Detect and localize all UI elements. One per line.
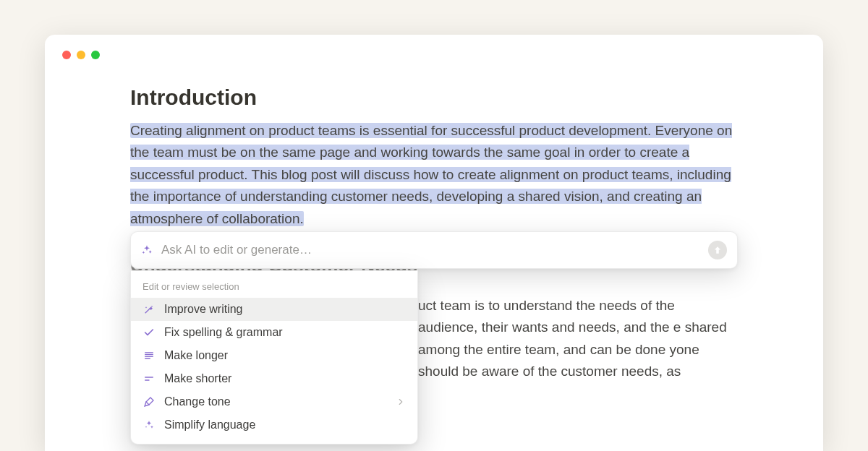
intro-paragraph[interactable]: Creating alignment on product teams is e…: [130, 120, 738, 230]
menu-item-improve-writing[interactable]: Improve writing: [131, 298, 417, 321]
lines-icon: [142, 349, 156, 362]
menu-item-label: Make longer: [164, 349, 228, 362]
ai-actions-menu: Edit or review selection Improve writing…: [130, 270, 418, 444]
menu-item-label: Improve writing: [164, 303, 242, 316]
menu-section-header: Edit or review selection: [131, 277, 417, 298]
document-body: Introduction Creating alignment on produ…: [130, 85, 738, 230]
wand-icon: [142, 303, 156, 316]
window-controls: [62, 51, 100, 59]
submit-button[interactable]: [708, 241, 727, 259]
short-lines-icon: [142, 372, 156, 385]
sparkle-icon: [141, 244, 153, 256]
check-icon: [142, 326, 156, 339]
menu-item-label: Fix spelling & grammar: [164, 326, 283, 339]
menu-item-make-shorter[interactable]: Make shorter: [131, 367, 417, 390]
menu-item-make-longer[interactable]: Make longer: [131, 344, 417, 367]
zoom-window-button[interactable]: [91, 51, 100, 59]
ai-prompt-input[interactable]: [160, 242, 701, 258]
menu-item-label: Make shorter: [164, 372, 231, 385]
page-title: Introduction: [130, 85, 738, 110]
menu-item-change-tone[interactable]: Change tone: [131, 390, 417, 413]
arrow-up-icon: [712, 245, 723, 255]
selected-text: Creating alignment on product teams is e…: [130, 123, 732, 226]
minimize-window-button[interactable]: [77, 51, 85, 59]
body-text-partial: uct team is to understand the needs of t…: [418, 295, 738, 383]
chevron-right-icon: [396, 397, 406, 407]
microphone-icon: [142, 395, 156, 408]
menu-item-fix-spelling[interactable]: Fix spelling & grammar: [131, 321, 417, 344]
menu-item-simplify-language[interactable]: Simplify language: [131, 413, 417, 437]
app-window: Introduction Creating alignment on produ…: [45, 35, 823, 451]
menu-item-label: Change tone: [164, 395, 231, 408]
close-window-button[interactable]: [62, 51, 71, 59]
ai-prompt-bar[interactable]: [130, 231, 738, 269]
menu-item-label: Simplify language: [164, 418, 255, 431]
sparkle-icon: [142, 418, 156, 431]
